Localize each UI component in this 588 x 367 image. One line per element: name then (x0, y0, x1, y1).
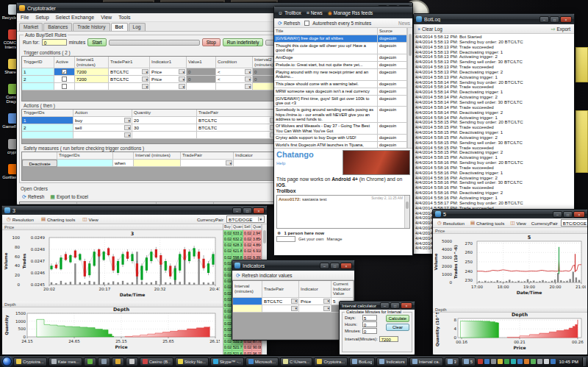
min-button[interactable]: – (553, 211, 562, 218)
max-button[interactable]: □ (390, 302, 400, 309)
news-button[interactable]: ≡News (305, 10, 324, 15)
chart-tool[interactable]: ◫View (508, 220, 528, 226)
taskbar-button[interactable]: Cryptotra... (13, 357, 47, 366)
tray-icon[interactable] (517, 359, 523, 364)
taskbar-button[interactable]: 3 (445, 357, 459, 366)
minutes-input[interactable]: 0 (362, 328, 377, 334)
cell[interactable]: Deactivate (22, 160, 57, 167)
chat-messages[interactable]: Sunday 2, 11:25 AM Anxo0172: sastasia te… (276, 195, 410, 229)
menu-item[interactable]: Setup (35, 15, 49, 20)
min-button[interactable]: – (232, 207, 242, 214)
cell[interactable] (197, 132, 278, 139)
titlebar[interactable]: Indicators –□× (232, 260, 354, 271)
hours-input[interactable]: 0 (362, 321, 377, 327)
depth-panel-header[interactable]: Depth (2, 302, 223, 307)
tab[interactable]: Log (129, 23, 146, 31)
chart-tool[interactable]: ◷Resolution (4, 216, 36, 222)
taskbar-button[interactable]: Indicators (376, 357, 407, 366)
titlebar[interactable]: Interval calculator –□× (340, 302, 415, 310)
menu-item[interactable]: View (101, 15, 112, 20)
menu-item[interactable]: Tools (118, 15, 130, 20)
clear-button[interactable]: Clear (386, 324, 409, 331)
orders-refresh-button[interactable]: ⟳Refresh (21, 194, 46, 199)
stop-button[interactable]: Stop (202, 38, 220, 46)
refresh-indicator-values-button[interactable]: ⟳Refresh indicator values (234, 273, 293, 278)
titlebar[interactable]: 3 –□× (2, 206, 267, 215)
scroll-thumb[interactable] (263, 230, 266, 243)
taskbar-button[interactable]: Kate mes... (49, 357, 82, 366)
interval-minutes-value[interactable]: 7200 (379, 336, 398, 342)
tray-icon[interactable] (484, 359, 490, 364)
cell[interactable] (109, 83, 150, 90)
tray-icon[interactable] (491, 359, 496, 364)
taskbar-button[interactable]: BotLog (349, 357, 375, 366)
close-button[interactable]: × (401, 302, 412, 309)
cell[interactable]: Price (150, 68, 187, 76)
checkbox[interactable]: ✓ (62, 69, 67, 74)
help-link[interactable]: Help (276, 161, 314, 165)
taskbar-button[interactable] (112, 357, 124, 366)
trollbox-button[interactable]: ☺Trollbox (276, 10, 303, 15)
run-indefinitely-button[interactable]: Run indefinitely (223, 38, 264, 46)
close-button[interactable]: × (573, 211, 585, 218)
tray-icon[interactable] (498, 359, 503, 364)
cell[interactable] (262, 305, 299, 313)
cell[interactable] (299, 305, 331, 313)
close-button[interactable]: × (560, 16, 572, 23)
titlebar[interactable]: ☺Trollbox ≡News ◉Manage Rss feeds (274, 7, 412, 18)
cell[interactable] (181, 160, 234, 167)
tab[interactable]: Trade history (73, 23, 110, 31)
scroll-thumb[interactable] (406, 202, 409, 209)
taskbar-button[interactable] (98, 357, 110, 366)
cell[interactable]: sell (74, 124, 132, 132)
export-button[interactable]: ⇨Export (550, 26, 572, 32)
cell[interactable] (54, 76, 75, 83)
chart-tool[interactable]: ▤Charting tools (468, 220, 506, 226)
sticky-note[interactable] (576, 110, 588, 173)
max-button[interactable]: □ (563, 211, 573, 218)
start-button[interactable]: Start (87, 38, 107, 46)
taskbar-button[interactable]: Microsoft... (245, 357, 279, 366)
chart-tool[interactable]: ◷Resolution (435, 220, 467, 226)
cell[interactable]: BTC/LTC (197, 117, 278, 124)
min-button[interactable]: – (539, 16, 549, 23)
taskbar-button[interactable]: Sticky No... (175, 357, 209, 366)
taskbar-button[interactable]: Cryptotra... (314, 357, 348, 366)
news-scrollbar[interactable] (407, 28, 412, 148)
cell[interactable]: BTC/LTC (109, 68, 150, 76)
news-refresh-button[interactable]: ⟳Refresh (276, 21, 301, 26)
cell[interactable] (74, 132, 132, 139)
currencypair-select[interactable]: BTC/DOGE▾ (561, 219, 587, 227)
tab[interactable]: Market (19, 23, 43, 31)
min-button[interactable]: – (380, 302, 390, 309)
calculate-button[interactable]: Calculate (386, 315, 409, 322)
clear-log-button[interactable]: ×Clear Log (416, 26, 444, 32)
trollbox-link[interactable]: Trollbox (276, 188, 410, 193)
show-desktop-button[interactable] (582, 357, 586, 366)
chat-input[interactable] (276, 236, 295, 242)
export-to-excel-button[interactable]: ▦Export to Excel (49, 194, 90, 199)
tray-icon[interactable] (511, 359, 516, 364)
checkbox[interactable] (62, 84, 67, 89)
taskbar-clock[interactable]: 10:45 PM (557, 359, 581, 364)
tray-icon[interactable] (544, 359, 549, 364)
max-button[interactable]: □ (243, 207, 252, 214)
tray-icon[interactable] (551, 359, 556, 364)
tray-icon[interactable] (537, 359, 542, 364)
sticky-note[interactable] (576, 47, 588, 82)
taskbar-button[interactable]: Casino (B... (140, 357, 173, 366)
min-button[interactable]: – (320, 263, 329, 269)
manage-link[interactable]: Manage (326, 237, 342, 241)
tray-icon[interactable] (531, 359, 536, 364)
titlebar[interactable]: 5 –□× (433, 210, 587, 218)
chart-tool[interactable]: ▤Charting tools (39, 216, 77, 222)
close-button[interactable]: × (253, 207, 265, 214)
currencypair-select[interactable]: BTC/DOGE▾ (226, 215, 265, 223)
max-button[interactable]: □ (330, 263, 340, 269)
checkbox[interactable] (62, 76, 67, 82)
start-button[interactable] (2, 357, 12, 366)
cell[interactable]: < (216, 76, 253, 83)
manage-rss-button[interactable]: ◉Manage Rss feeds (326, 10, 374, 15)
taskbar-button[interactable]: Interval ca... (409, 357, 443, 366)
tab[interactable]: Balances (43, 23, 72, 31)
